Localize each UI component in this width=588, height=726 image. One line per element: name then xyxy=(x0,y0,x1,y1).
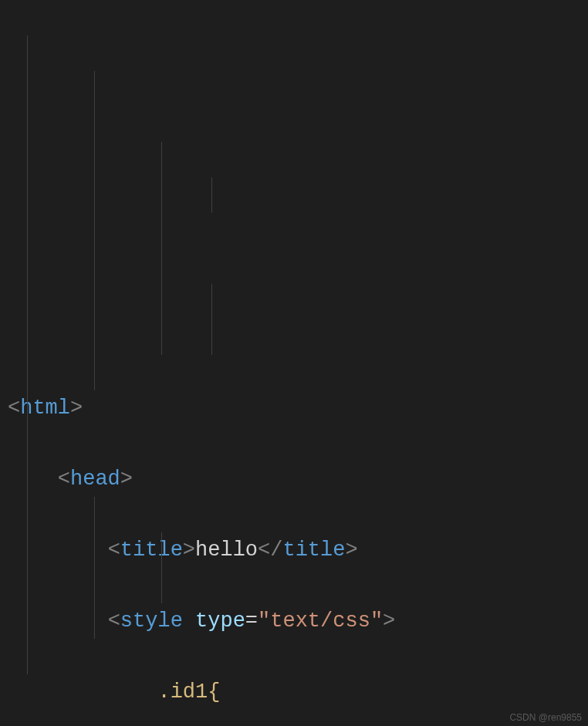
code-editor[interactable]: <html> <head> <title>hello</title> <styl… xyxy=(0,0,588,726)
watermark: CSDN @ren9855 xyxy=(509,712,582,723)
code-line[interactable]: <title>hello</title> xyxy=(8,532,588,568)
code-line[interactable]: .id1{ xyxy=(8,674,588,710)
code-line[interactable]: <html> xyxy=(8,390,588,426)
code-line[interactable]: <style type="text/css"> xyxy=(8,603,588,639)
code-line[interactable]: <head> xyxy=(8,461,588,497)
